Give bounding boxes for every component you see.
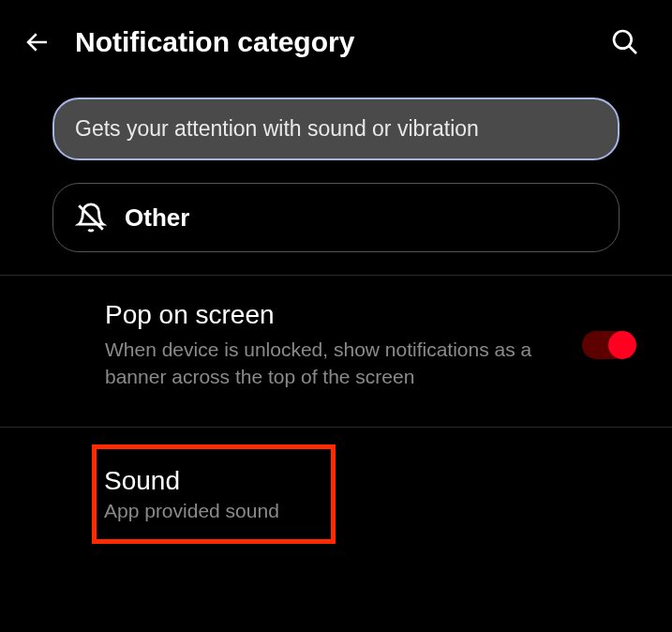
sound-setting-description: App provided sound <box>104 500 314 522</box>
header-bar: Notification category <box>0 0 672 84</box>
toggle-thumb <box>608 331 636 359</box>
pop-setting-description: When device is unlocked, show notificati… <box>105 336 582 391</box>
page-title: Notification category <box>75 26 606 58</box>
search-icon <box>610 27 640 57</box>
other-option-card[interactable]: Other <box>52 183 620 252</box>
arrow-left-icon <box>23 28 52 56</box>
alert-option-card[interactable]: Gets your attention with sound or vibrat… <box>52 98 620 160</box>
sound-setting-title: Sound <box>104 466 314 496</box>
pop-setting-title: Pop on screen <box>105 300 582 330</box>
bell-off-icon <box>74 201 108 234</box>
divider <box>0 427 672 428</box>
other-option-label: Other <box>125 203 189 233</box>
other-option-row: Other <box>74 201 598 234</box>
search-button[interactable] <box>606 23 644 61</box>
sound-setting-highlight: Sound App provided sound <box>92 444 336 544</box>
content-area: Gets your attention with sound or vibrat… <box>0 84 672 544</box>
sound-setting[interactable]: Sound App provided sound <box>104 466 314 522</box>
pop-on-screen-toggle[interactable] <box>582 331 635 359</box>
alert-option-description: Gets your attention with sound or vibrat… <box>75 116 597 142</box>
pop-setting-text: Pop on screen When device is unlocked, s… <box>105 300 582 391</box>
svg-line-2 <box>629 46 636 53</box>
back-button[interactable] <box>19 23 56 61</box>
pop-on-screen-setting[interactable]: Pop on screen When device is unlocked, s… <box>0 276 672 415</box>
svg-point-1 <box>614 31 632 49</box>
